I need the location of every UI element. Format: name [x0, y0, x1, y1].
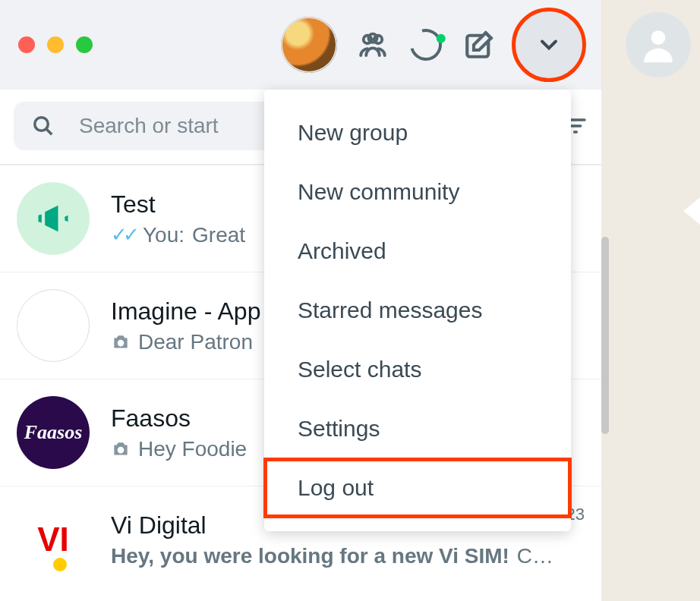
- menu-archived[interactable]: Archived: [264, 222, 571, 281]
- menu-new-community[interactable]: New community: [264, 162, 571, 222]
- menu-button[interactable]: [515, 11, 583, 79]
- person-icon: [637, 24, 680, 66]
- camera-icon: [111, 332, 131, 352]
- default-avatar[interactable]: [626, 12, 691, 77]
- chat-sidebar: Search or start Test ✓✓ You: Great: [0, 0, 601, 601]
- menu-settings[interactable]: Settings: [264, 399, 571, 458]
- chat-avatar: VI: [17, 503, 90, 576]
- minimize-window-button[interactable]: [47, 36, 64, 53]
- camera-icon: [111, 439, 131, 459]
- status-icon[interactable]: [408, 27, 443, 62]
- chat-avatar: Faasos: [17, 396, 90, 469]
- scrollbar[interactable]: [601, 237, 609, 434]
- menu-select-chats[interactable]: Select chats: [264, 340, 571, 399]
- search-placeholder: Search or start: [79, 114, 219, 138]
- conversation-pane: [601, 0, 700, 601]
- menu-starred-messages[interactable]: Starred messages: [264, 281, 571, 340]
- communities-icon[interactable]: [355, 27, 390, 62]
- megaphone-icon: [33, 199, 73, 238]
- main-menu-dropdown: New group New community Archived Starred…: [264, 90, 571, 531]
- read-receipt-icon: ✓✓: [111, 223, 135, 247]
- chat-tail-icon: [683, 197, 700, 225]
- new-chat-icon[interactable]: [462, 27, 497, 62]
- annotation-highlight-circle: [512, 8, 586, 82]
- profile-avatar[interactable]: [281, 17, 337, 73]
- close-window-button[interactable]: [18, 36, 35, 53]
- window-controls: [18, 36, 93, 53]
- search-icon: [32, 115, 55, 137]
- svg-point-2: [368, 34, 377, 42]
- svg-point-4: [35, 118, 49, 131]
- menu-new-group[interactable]: New group: [264, 103, 571, 162]
- chat-preview: Hey, you were looking for a new Vi SIM! …: [111, 544, 585, 568]
- svg-point-5: [651, 30, 666, 45]
- menu-log-out[interactable]: Log out: [264, 458, 571, 518]
- chat-avatar: imagine: [17, 289, 90, 362]
- chat-avatar: [17, 182, 90, 255]
- header-bar: [0, 0, 601, 90]
- fullscreen-window-button[interactable]: [76, 36, 93, 53]
